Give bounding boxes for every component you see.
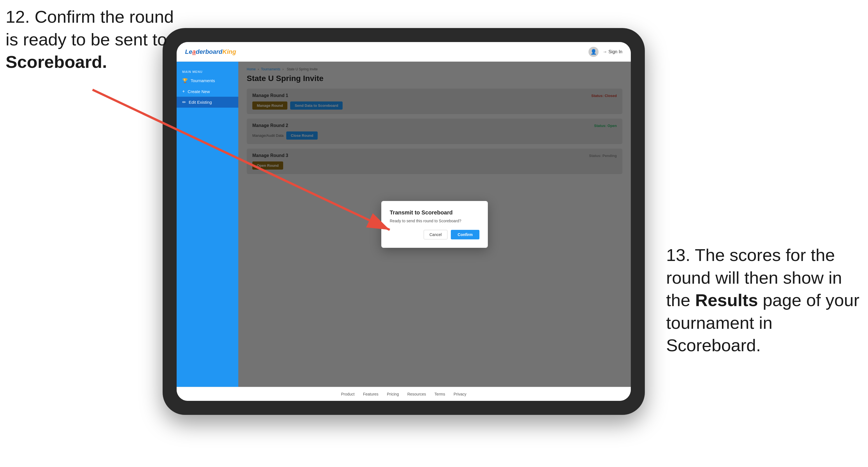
sidebar: MAIN MENU 🏆 Tournaments + Create New ✏ E…: [177, 62, 238, 387]
sidebar-item-edit-existing[interactable]: ✏ Edit Existing: [177, 97, 238, 107]
modal-overlay: Transmit to Scoreboard Ready to send thi…: [238, 62, 631, 387]
modal-cancel-button[interactable]: Cancel: [424, 230, 448, 239]
logo: LeaderboardKing: [185, 48, 236, 56]
logo-leaderboard: Le: [185, 48, 192, 55]
footer-terms[interactable]: Terms: [435, 392, 445, 396]
trophy-icon: 🏆: [182, 78, 188, 83]
main-content: Home › Tournaments › State U Spring Invi…: [238, 62, 631, 387]
tablet-screen: LeaderboardKing 👤 → Sign In MAIN MENU 🏆 …: [177, 42, 631, 401]
annotation-top: 12. Confirm the round is ready to be sen…: [6, 6, 174, 73]
sidebar-item-tournaments[interactable]: 🏆 Tournaments: [177, 75, 238, 86]
user-avatar-icon[interactable]: 👤: [588, 47, 598, 57]
logo-rest: derboard: [196, 48, 222, 55]
app-header: LeaderboardKing 👤 → Sign In: [177, 42, 631, 62]
tablet-device: LeaderboardKing 👤 → Sign In MAIN MENU 🏆 …: [163, 28, 645, 415]
footer-pricing[interactable]: Pricing: [387, 392, 399, 396]
app-body: MAIN MENU 🏆 Tournaments + Create New ✏ E…: [177, 62, 631, 387]
sign-in-button[interactable]: → Sign In: [603, 49, 622, 54]
plus-icon: +: [182, 89, 185, 94]
sidebar-create-new-label: Create New: [188, 89, 210, 94]
logo-a: a: [192, 48, 196, 55]
sidebar-edit-existing-label: Edit Existing: [189, 100, 212, 104]
header-right: 👤 → Sign In: [588, 47, 622, 57]
footer-features[interactable]: Features: [363, 392, 378, 396]
transmit-modal: Transmit to Scoreboard Ready to send thi…: [381, 201, 488, 248]
sidebar-item-create-new[interactable]: + Create New: [177, 86, 238, 97]
modal-title: Transmit to Scoreboard: [390, 209, 479, 216]
annotation-bottom: 13. The scores for the round will then s…: [666, 244, 862, 357]
annotation-line3: Scoreboard.: [6, 52, 107, 71]
footer-resources[interactable]: Resources: [407, 392, 426, 396]
edit-icon: ✏: [182, 99, 186, 105]
annotation-bottom-bold: Results: [695, 290, 758, 310]
sidebar-tournaments-label: Tournaments: [191, 78, 215, 83]
sidebar-section-label: MAIN MENU: [177, 67, 238, 75]
annotation-line1: 12. Confirm the round: [6, 7, 174, 26]
modal-body: Ready to send this round to Scoreboard?: [390, 219, 479, 223]
modal-confirm-button[interactable]: Confirm: [451, 230, 479, 239]
app-container: LeaderboardKing 👤 → Sign In MAIN MENU 🏆 …: [177, 42, 631, 401]
annotation-line2: is ready to be sent to: [6, 30, 167, 49]
modal-actions: Cancel Confirm: [390, 230, 479, 239]
app-footer: Product Features Pricing Resources Terms…: [177, 387, 631, 401]
footer-privacy[interactable]: Privacy: [454, 392, 467, 396]
logo-text: LeaderboardKing: [185, 48, 236, 56]
footer-product[interactable]: Product: [341, 392, 354, 396]
logo-king: King: [222, 48, 236, 55]
